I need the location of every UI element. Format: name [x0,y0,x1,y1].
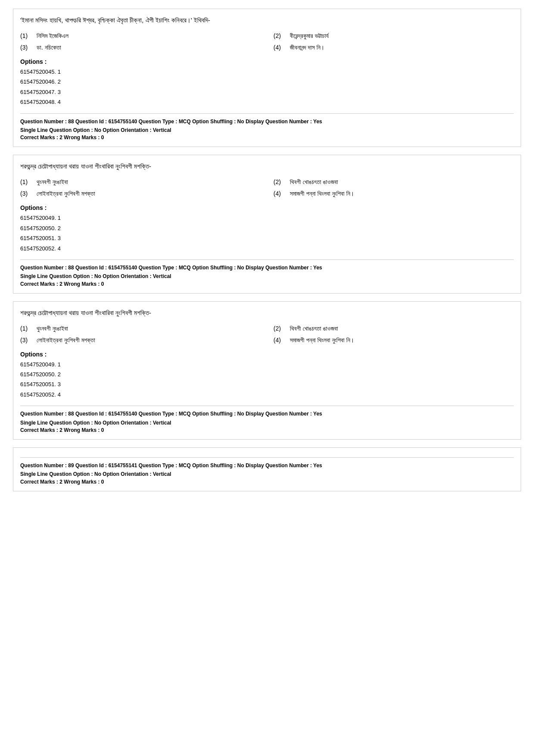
options-label: Options : [20,351,514,358]
question-text: শরৎচন্দ্র চেট্টোপাধ্যায়না থরায় যাওনা শ… [20,161,514,172]
option-number: (4) [273,189,286,198]
option-id-item: 61547520049. 1 [20,359,514,369]
question-block: শরৎচন্দ্র চেট্টোপাধ্যায়না থরায় যাওনা শ… [13,301,521,440]
meta-info: Question Number : 89 Question Id : 61547… [20,457,514,479]
option-id-item: 61547520047. 3 [20,87,514,97]
option-item: (3) ডা. নচিকেতা [20,43,261,52]
option-id-item: 61547520052. 4 [20,390,514,400]
option-item: (1) থুংনবগী নুংঙাইবা [20,324,261,333]
options-label: Options : [20,204,514,211]
question-block: শরৎচন্দ্র চেট্টোপাধ্যায়না থরায় যাওনা শ… [13,155,521,293]
option-text: ডা. নচিকেতা [37,43,61,52]
option-text: থিবগী খোঙচৎতা ঙাওজবা [290,324,338,333]
option-item: (3) লোইনাইত্রবা নুংশিবগী মশক্তা [20,189,261,198]
options-grid: (1) থুংনবগী নুংঙাইবা (2) থিবগী খোঙচৎতা ঙ… [20,178,514,198]
option-number: (2) [273,178,286,187]
option-id-item: 61547520046. 2 [20,77,514,87]
option-id-item: 61547520049. 1 [20,213,514,223]
option-number: (3) [20,189,32,198]
option-ids: 61547520049. 161547520050. 261547520051.… [20,213,514,253]
option-text: সমাজগী পন্না থিংলবা নুংশিবা নি। [290,336,354,345]
meta-info: Question Number : 88 Question Id : 61547… [20,259,514,281]
option-text: লোইনাইত্রবা নুংশিবগী মশক্তা [37,189,95,198]
option-text: থুংনবগী নুংঙাইবা [37,324,68,333]
option-number: (4) [273,336,286,345]
option-item: (1) নিসিম ইজেকিএল [20,31,261,41]
option-item: (2) বীরেন্দ্রকুমার ভট্টাচার্য [273,31,514,41]
option-ids: 61547520049. 161547520050. 261547520051.… [20,359,514,400]
correct-marks: Correct Marks : 2 Wrong Marks : 0 [20,427,514,433]
option-id-item: 61547520050. 2 [20,369,514,379]
option-text: জীবনানন্দ দাস নি। [290,43,324,52]
options-grid: (1) থুংনবগী নুংঙাইবা (2) থিবগী খোঙচৎতা ঙ… [20,324,514,345]
option-number: (2) [273,31,286,41]
option-id-item: 61547520050. 2 [20,223,514,233]
option-number: (1) [20,31,32,41]
option-number: (1) [20,178,32,187]
option-item: (2) থিবগী খোঙচৎতা ঙাওজবা [273,178,514,187]
option-item: (4) সমাজগী পন্না থিংলবা নুংশিবা নি। [273,189,514,198]
correct-marks: Correct Marks : 2 Wrong Marks : 0 [20,281,514,287]
option-number: (2) [273,324,286,333]
question-text: শরৎচন্দ্র চেট্টোপাধ্যায়না থরায় যাওনা শ… [20,308,514,318]
option-text: থিবগী খোঙচৎতা ঙাওজবা [290,178,338,187]
correct-marks: Correct Marks : 2 Wrong Marks : 0 [20,479,514,485]
option-number: (1) [20,324,32,333]
option-number: (3) [20,336,32,345]
option-text: লোইনাইত্রবা নুংশিবগী মশক্তা [37,336,95,345]
option-item: (1) থুংনবগী নুংঙাইবা [20,178,261,187]
question-block: 'ইমানা মসিদং হায়খি, থাপৎচরি ঈশ্বর, বৃশ্… [13,9,521,147]
option-id-item: 61547520045. 1 [20,67,514,77]
option-text: থুংনবগী নুংঙাইবা [37,178,68,187]
options-label: Options : [20,58,514,65]
option-item: (4) সমাজগী পন্না থিংলবা নুংশিবা নি। [273,336,514,345]
option-ids: 61547520045. 161547520046. 261547520047.… [20,67,514,107]
meta-info: Question Number : 88 Question Id : 61547… [20,113,514,135]
option-id-item: 61547520048. 4 [20,97,514,107]
options-grid: (1) নিসিম ইজেকিএল (2) বীরেন্দ্রকুমার ভট্… [20,31,514,52]
question-text: 'ইমানা মসিদং হায়খি, থাপৎচরি ঈশ্বর, বৃশ্… [20,15,514,25]
option-id-item: 61547520051. 3 [20,233,514,243]
meta-info: Question Number : 88 Question Id : 61547… [20,406,514,427]
option-id-item: 61547520052. 4 [20,244,514,253]
option-item: (4) জীবনানন্দ দাস নি। [273,43,514,52]
option-text: সমাজগী পন্না থিংলবা নুংশিবা নি। [290,189,354,198]
option-number: (4) [273,43,286,52]
option-item: (2) থিবগী খোঙচৎতা ঙাওজবা [273,324,514,333]
question-block: Question Number : 89 Question Id : 61547… [13,447,521,491]
correct-marks: Correct Marks : 2 Wrong Marks : 0 [20,134,514,141]
option-item: (3) লোইনাইত্রবা নুংশিবগী মশক্তা [20,336,261,345]
option-text: নিসিম ইজেকিএল [37,31,68,41]
option-text: বীরেন্দ্রকুমার ভট্টাচার্য [290,31,329,41]
option-number: (3) [20,43,32,52]
option-id-item: 61547520051. 3 [20,379,514,389]
